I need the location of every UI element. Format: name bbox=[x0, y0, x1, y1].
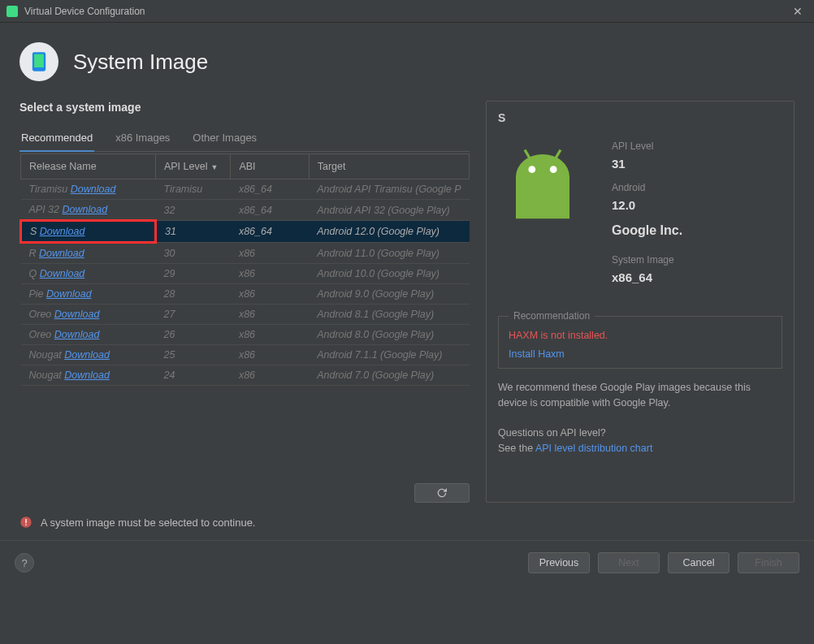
tab-x86-images[interactable]: x86 Images bbox=[114, 125, 171, 151]
cell-target: Android 8.1 (Google Play) bbox=[309, 305, 469, 325]
android-studio-icon bbox=[6, 6, 18, 17]
table-row[interactable]: Pie Download28x86Android 9.0 (Google Pla… bbox=[21, 284, 470, 305]
recommendation-text: We recommend these Google Play images be… bbox=[498, 380, 782, 411]
release-name: Q bbox=[29, 268, 40, 279]
col-api-level[interactable]: API Level▼ bbox=[155, 154, 230, 179]
cell-abi: x86 bbox=[231, 305, 309, 325]
cell-target: Android 9.0 (Google Play) bbox=[309, 284, 469, 305]
cell-target: Android 7.0 (Google Play) bbox=[309, 365, 469, 386]
alert-row: A system image must be selected to conti… bbox=[0, 503, 814, 535]
svg-rect-9 bbox=[25, 519, 26, 523]
cell-api: 29 bbox=[155, 264, 230, 284]
release-name: R bbox=[29, 248, 40, 259]
cell-api: 24 bbox=[155, 365, 230, 386]
table-row[interactable]: Tiramisu DownloadTiramisux86_64Android A… bbox=[21, 179, 470, 200]
download-link[interactable]: Download bbox=[71, 184, 116, 195]
tab-other-images[interactable]: Other Images bbox=[191, 125, 258, 151]
section-title: Select a system image bbox=[19, 101, 470, 114]
finish-button[interactable]: Finish bbox=[738, 552, 799, 573]
release-name: Nougat bbox=[29, 370, 65, 381]
system-image-label: System Image bbox=[612, 254, 682, 266]
cell-api: Tiramisu bbox=[155, 179, 230, 200]
selected-image-name: S bbox=[498, 111, 782, 124]
page-title: System Image bbox=[73, 50, 208, 75]
table-row[interactable]: API 32 Download32x86_64Android API 32 (G… bbox=[21, 200, 470, 221]
download-link[interactable]: Download bbox=[39, 248, 84, 259]
system-image-table: Release Name API Level▼ ABI Target Tiram… bbox=[19, 153, 470, 386]
download-link[interactable]: Download bbox=[46, 288, 92, 300]
refresh-button[interactable] bbox=[414, 483, 470, 503]
api-level-label: API Level bbox=[612, 140, 682, 152]
release-name: Tiramisu bbox=[29, 184, 71, 195]
see-the-text: See the bbox=[498, 443, 535, 454]
cell-api: 25 bbox=[155, 345, 230, 365]
col-release-name[interactable]: Release Name bbox=[21, 154, 156, 179]
vendor-value: Google Inc. bbox=[612, 223, 682, 238]
table-row[interactable]: R Download30x86Android 11.0 (Google Play… bbox=[21, 243, 470, 264]
recommendation-legend: Recommendation bbox=[509, 310, 595, 322]
details-panel: S API Level 31 Android 12.0 Google Inc. … bbox=[486, 101, 795, 503]
cell-abi: x86 bbox=[231, 264, 309, 284]
table-row[interactable]: Oreo Download27x86Android 8.1 (Google Pl… bbox=[21, 305, 470, 325]
cell-abi: x86_64 bbox=[231, 221, 309, 243]
cell-abi: x86 bbox=[231, 345, 309, 365]
svg-rect-2 bbox=[34, 54, 44, 67]
download-link[interactable]: Download bbox=[54, 309, 100, 320]
table-row[interactable]: Nougat Download24x86Android 7.0 (Google … bbox=[21, 365, 470, 386]
svg-point-5 bbox=[550, 166, 557, 173]
alert-text: A system image must be selected to conti… bbox=[41, 516, 255, 529]
cell-target: Android 12.0 (Google Play) bbox=[309, 221, 469, 243]
download-link[interactable]: Download bbox=[64, 349, 110, 361]
cell-api: 27 bbox=[155, 305, 230, 325]
install-haxm-link[interactable]: Install Haxm bbox=[509, 348, 565, 360]
api-level-chart-link[interactable]: API level distribution chart bbox=[535, 443, 653, 454]
download-link[interactable]: Download bbox=[40, 226, 85, 237]
cell-api: 30 bbox=[155, 243, 230, 264]
download-link[interactable]: Download bbox=[54, 329, 100, 340]
sort-desc-icon: ▼ bbox=[210, 163, 218, 171]
header-icon bbox=[19, 42, 58, 81]
cell-api: 26 bbox=[155, 325, 230, 345]
help-button[interactable]: ? bbox=[15, 553, 34, 573]
cell-abi: x86_64 bbox=[231, 179, 309, 200]
table-row[interactable]: Nougat Download25x86Android 7.1.1 (Googl… bbox=[21, 345, 470, 365]
svg-rect-10 bbox=[25, 525, 26, 525]
cell-api: 31 bbox=[155, 221, 230, 243]
cell-abi: x86 bbox=[231, 284, 309, 305]
next-button[interactable]: Next bbox=[598, 552, 660, 573]
cell-target: Android 11.0 (Google Play) bbox=[309, 243, 469, 264]
release-name: S bbox=[30, 226, 40, 237]
cell-target: Android 8.0 (Google Play) bbox=[309, 325, 469, 345]
api-level-question: Questions on API level? bbox=[498, 427, 782, 439]
android-robot-icon bbox=[498, 140, 587, 222]
refresh-icon bbox=[435, 486, 448, 499]
download-link[interactable]: Download bbox=[64, 370, 110, 381]
tab-recommended[interactable]: Recommended bbox=[19, 125, 94, 152]
tabs-bar: Recommended x86 Images Other Images bbox=[19, 125, 470, 152]
footer: ? Previous Next Cancel Finish bbox=[0, 540, 814, 585]
cell-target: Android API 32 (Google Play) bbox=[309, 200, 469, 221]
cell-api: 28 bbox=[155, 284, 230, 305]
recommendation-box: Recommendation HAXM is not installed. In… bbox=[498, 310, 782, 369]
svg-rect-3 bbox=[516, 181, 569, 218]
col-abi[interactable]: ABI bbox=[231, 154, 309, 179]
table-row[interactable]: Q Download29x86Android 10.0 (Google Play… bbox=[21, 264, 470, 284]
cell-abi: x86 bbox=[231, 365, 309, 386]
cell-api: 32 bbox=[155, 200, 230, 221]
api-level-value: 31 bbox=[612, 157, 682, 171]
download-link[interactable]: Download bbox=[63, 204, 108, 215]
cancel-button[interactable]: Cancel bbox=[668, 552, 730, 573]
release-name: Oreo bbox=[29, 329, 54, 340]
col-target[interactable]: Target bbox=[309, 154, 469, 179]
table-row[interactable]: Oreo Download26x86Android 8.0 (Google Pl… bbox=[21, 325, 470, 345]
previous-button[interactable]: Previous bbox=[528, 552, 590, 573]
android-version-value: 12.0 bbox=[612, 198, 682, 212]
close-icon[interactable]: ✕ bbox=[788, 3, 808, 19]
table-row[interactable]: S Download31x86_64Android 12.0 (Google P… bbox=[21, 221, 470, 243]
window-title: Virtual Device Configuration bbox=[24, 6, 145, 17]
release-name: Pie bbox=[29, 288, 47, 300]
haxm-warning: HAXM is not installed. bbox=[509, 330, 772, 341]
cell-abi: x86 bbox=[231, 325, 309, 345]
system-image-value: x86_64 bbox=[612, 270, 682, 284]
download-link[interactable]: Download bbox=[40, 268, 85, 279]
